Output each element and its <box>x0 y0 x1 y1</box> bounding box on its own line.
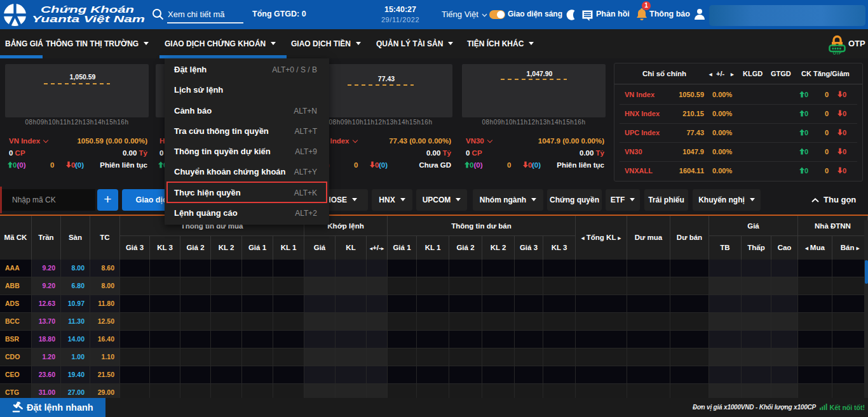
svg-text:OTP: OTP <box>833 51 842 55</box>
